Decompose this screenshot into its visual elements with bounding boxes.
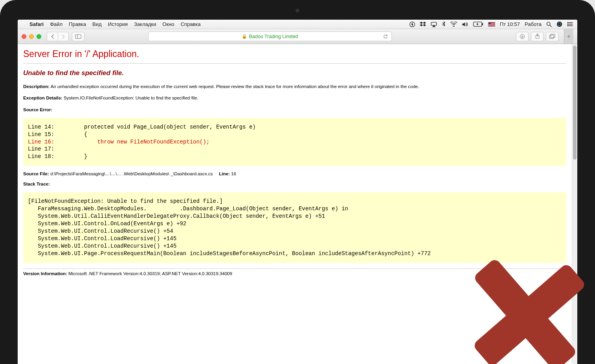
svg-rect-19 <box>551 34 555 38</box>
svg-point-6 <box>557 22 562 27</box>
version-label: Version Information: <box>23 271 67 276</box>
description-label: Description: <box>23 84 50 89</box>
exception-label: Exception Details: <box>23 96 62 100</box>
menu-view[interactable]: Вид <box>92 21 102 27</box>
error-subtitle: Unable to find the specified file. <box>23 69 566 77</box>
close-window-button[interactable] <box>22 34 26 39</box>
fullscreen-window-button[interactable] <box>37 34 41 39</box>
svg-rect-3 <box>482 23 483 25</box>
version-row: Version Information: Microsoft .NET Fram… <box>23 271 566 276</box>
version-text: Microsoft .NET Framework Version:4.0.303… <box>68 271 232 276</box>
menu-window[interactable]: Окно <box>162 21 174 27</box>
notifications-icon[interactable] <box>567 22 573 27</box>
menu-edit[interactable]: Правка <box>69 21 86 27</box>
camera-dot <box>296 9 299 13</box>
menu-bookmarks[interactable]: Закладки <box>134 21 156 27</box>
menubar-clock[interactable]: Пт 10:57 <box>500 21 520 27</box>
divider <box>23 63 566 64</box>
menu-history[interactable]: История <box>108 21 128 27</box>
bolt-icon[interactable] <box>410 22 415 27</box>
screen: Safari Файл Правка Вид История Закладки … <box>18 20 577 364</box>
svg-point-4 <box>547 22 550 25</box>
lock-icon: 🔒 <box>242 34 247 39</box>
svg-point-12 <box>567 24 568 24</box>
line-label: Line: <box>219 171 230 176</box>
battery-icon[interactable] <box>473 22 483 27</box>
siri-icon[interactable] <box>556 21 562 27</box>
src-line-15: Line 15: { <box>28 131 87 138</box>
url-text: Badoo Trading Limited <box>249 34 298 39</box>
window-controls <box>22 34 41 39</box>
nav-buttons <box>47 32 69 41</box>
description-text: An unhandled exception occurred during t… <box>51 84 419 89</box>
minimize-window-button[interactable] <box>29 34 34 39</box>
macos-menubar: Safari Файл Правка Вид История Закладки … <box>18 20 577 29</box>
svg-rect-18 <box>549 35 554 39</box>
exception-text: System.IO.FileNotFoundException: Unable … <box>64 96 198 100</box>
stack-trace-box: [FileNotFoundException: Unable to find t… <box>23 192 566 263</box>
description-row: Description: An unhandled exception occu… <box>23 83 566 90</box>
volume-icon[interactable] <box>462 22 468 27</box>
src-line-18: Line 18: } <box>28 153 87 160</box>
address-bar[interactable]: 🔒 Badoo Trading Limited <box>148 31 392 41</box>
src-line-16: Line 16: throw new FileNotFoundException… <box>28 139 209 145</box>
divider-bottom <box>23 268 566 269</box>
tabs-button[interactable] <box>546 32 558 41</box>
page-viewport[interactable]: Server Error in '/' Application. Unable … <box>18 44 572 364</box>
svg-line-5 <box>550 25 551 27</box>
src-line-14: Line 14: protected void Page_Load(object… <box>28 124 256 130</box>
dropbox-icon[interactable] <box>420 22 426 27</box>
menubar-user[interactable]: Работа <box>525 21 542 27</box>
new-tab-button[interactable]: + <box>564 29 573 44</box>
downloads-button[interactable] <box>516 32 529 41</box>
source-code-box: Line 14: protected void Page_Load(object… <box>23 118 566 166</box>
stack-trace-label: Stack Trace: <box>23 181 566 188</box>
source-file-row: Source File: d:\Projects\FaraMessaging\…… <box>23 171 566 176</box>
forward-button[interactable] <box>58 32 69 41</box>
bluetooth-icon[interactable] <box>442 21 446 27</box>
sidebar-toggle-button[interactable] <box>72 32 84 41</box>
exception-row: Exception Details: System.IO.FileNotFoun… <box>23 95 566 101</box>
src-line-17: Line 17: <box>28 146 54 152</box>
svg-rect-14 <box>75 35 81 39</box>
source-error-label: Source Error: <box>23 107 566 113</box>
wifi-icon[interactable] <box>450 22 457 27</box>
laptop-bezel: Safari Файл Правка Вид История Закладки … <box>0 0 595 364</box>
input-source-flag-icon[interactable] <box>488 22 495 27</box>
error-page: Server Error in '/' Application. Unable … <box>18 44 572 281</box>
source-file-label: Source File: <box>23 171 49 176</box>
menubar-app-name[interactable]: Safari <box>29 21 44 27</box>
scrollbar-thumb[interactable] <box>573 46 577 160</box>
source-file-text: d:\Projects\FaraMessaging\…\…\… .Web\Des… <box>50 171 213 176</box>
menu-help[interactable]: Справка <box>180 21 200 27</box>
error-title: Server Error in '/' Application. <box>23 49 566 59</box>
svg-point-13 <box>567 25 568 26</box>
airplay-icon[interactable] <box>431 22 437 27</box>
svg-point-11 <box>567 22 568 23</box>
share-button[interactable] <box>531 32 544 41</box>
vertical-scrollbar[interactable] <box>572 44 577 364</box>
line-num: 16 <box>231 171 236 176</box>
spotlight-icon[interactable] <box>546 22 552 27</box>
menu-file[interactable]: Файл <box>50 21 62 27</box>
safari-toolbar: 🔒 Badoo Trading Limited + <box>18 29 577 44</box>
reload-icon[interactable] <box>383 34 388 39</box>
back-button[interactable] <box>47 32 58 41</box>
